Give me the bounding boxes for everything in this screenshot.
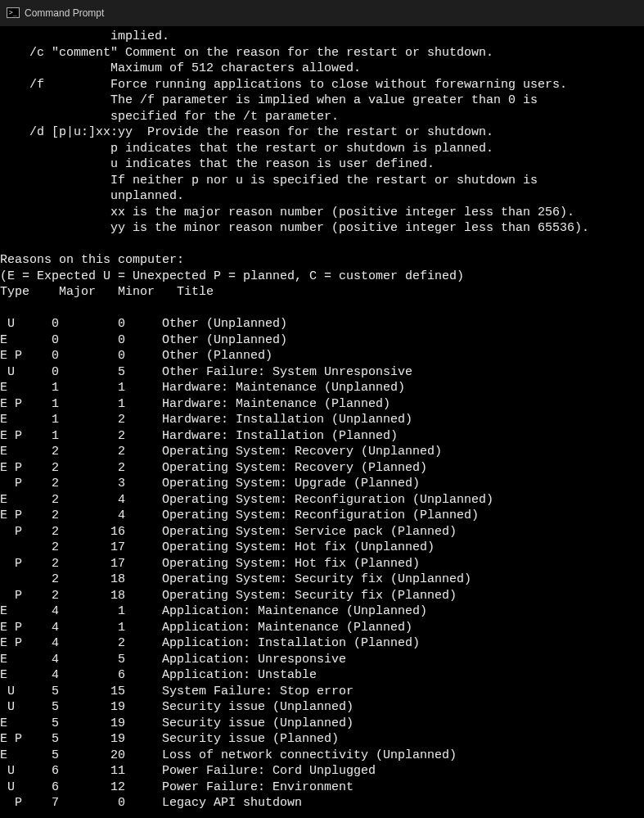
command-prompt-icon: >_ xyxy=(7,7,20,20)
window-title: Command Prompt xyxy=(25,7,104,19)
window-titlebar[interactable]: >_ Command Prompt xyxy=(0,0,644,27)
svg-text:>_: >_ xyxy=(9,9,17,16)
terminal-output[interactable]: implied. /c "comment" Comment on the rea… xyxy=(0,27,644,811)
